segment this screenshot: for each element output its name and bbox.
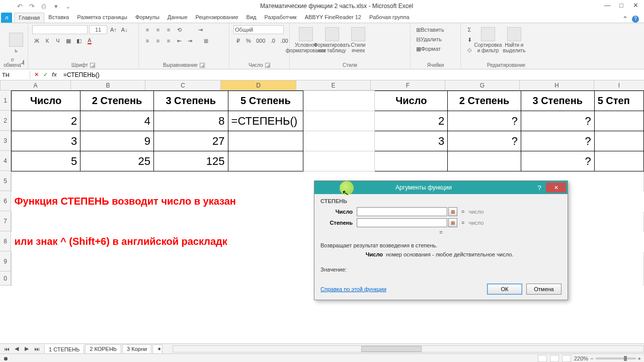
record-macro-icon[interactable]: ⏺ (3, 355, 9, 361)
find-select-button[interactable]: Найти и выделить (502, 25, 526, 53)
tab-workgroup[interactable]: Рабочая группа (365, 13, 414, 23)
fill-button[interactable]: ⬇ (465, 35, 474, 44)
cell[interactable]: 3 (12, 131, 80, 151)
sheet-tab[interactable]: 3 Корни (122, 344, 151, 353)
align-top-icon[interactable]: ≡ (143, 25, 152, 34)
cell[interactable]: 8 (153, 111, 228, 131)
dialog-help-link[interactable]: Справка по этой функции (320, 286, 386, 292)
new-sheet-button[interactable]: ✦ (152, 344, 163, 353)
arg1-range-picker-icon[interactable]: ▦ (448, 207, 457, 216)
cell[interactable]: 2 (12, 111, 80, 131)
cell[interactable]: 125 (153, 151, 228, 171)
pagelayout-view-icon[interactable] (550, 355, 559, 362)
paste-button[interactable]: ь (4, 25, 28, 53)
cell[interactable]: 2 (375, 111, 448, 131)
decrease-font-icon[interactable]: A↓ (120, 25, 129, 34)
tab-abbyy[interactable]: ABBYY FineReader 12 (301, 13, 365, 23)
align-dialog-icon[interactable] (200, 63, 205, 68)
col-header-f[interactable]: F (371, 80, 445, 90)
qat-more-icon[interactable]: ⌄ (63, 2, 72, 11)
indent-dec-icon[interactable]: ⇤ (175, 36, 184, 45)
tab-formulas[interactable]: Формулы (131, 13, 164, 23)
tab-view[interactable]: Вид (243, 13, 261, 23)
arg2-input[interactable] (357, 218, 447, 227)
sheet-nav-last-icon[interactable]: ⏭ (32, 344, 41, 353)
align-left-icon[interactable]: ≡ (143, 36, 152, 45)
active-cell[interactable]: =СТЕПЕНЬ() (228, 111, 303, 131)
col-header-i[interactable]: I (594, 80, 644, 90)
arg2-range-picker-icon[interactable]: ▦ (448, 218, 457, 227)
bold-button[interactable]: Ж (32, 36, 41, 45)
comma-icon[interactable]: 000 (255, 36, 267, 45)
qat-redo-icon[interactable]: ↷ (27, 2, 36, 11)
percent-icon[interactable]: % (244, 36, 253, 45)
align-right-icon[interactable]: ≡ (164, 36, 173, 45)
fx-icon[interactable]: fx (50, 71, 58, 78)
cell[interactable]: ? (521, 111, 594, 131)
cell[interactable]: Число (12, 91, 80, 111)
cell[interactable]: 5 (12, 151, 80, 171)
format-cells-button[interactable]: ▦ Формат (415, 44, 455, 53)
cell[interactable] (303, 151, 375, 171)
font-size-select[interactable]: 11 (89, 25, 107, 34)
number-format-select[interactable]: Общий (233, 25, 284, 34)
tab-insert[interactable]: Вставка (44, 13, 73, 23)
cell[interactable] (228, 151, 303, 171)
inc-decimal-icon[interactable]: .0 (268, 36, 277, 45)
cell[interactable] (303, 131, 375, 151)
zoom-out-icon[interactable]: − (590, 355, 593, 361)
cell[interactable]: Число (375, 91, 448, 111)
minimize-button[interactable]: — (601, 2, 614, 11)
tab-review[interactable]: Рецензирование (192, 13, 243, 23)
formula-input[interactable]: =СТЕПЕНЬ() (60, 70, 644, 79)
name-box[interactable]: ТН (0, 71, 30, 79)
font-dialog-icon[interactable] (90, 63, 95, 68)
row-header[interactable]: 0 (0, 272, 11, 286)
cell[interactable]: ? (448, 131, 521, 151)
orientation-icon[interactable]: ⟲ (175, 25, 184, 34)
cell[interactable]: 25 (80, 151, 154, 171)
row-header[interactable]: 8 (0, 231, 11, 251)
tab-home[interactable]: Главная (14, 13, 44, 23)
number-dialog-icon[interactable] (265, 63, 270, 68)
sheet-nav-first-icon[interactable]: ⏮ (2, 344, 11, 353)
delete-cells-button[interactable]: ⊟ Удалить (415, 35, 455, 44)
col-header-g[interactable]: G (445, 80, 520, 90)
font-color-icon[interactable]: A (85, 36, 94, 45)
sheet-nav-prev-icon[interactable]: ◀ (12, 344, 21, 353)
cell[interactable] (594, 111, 643, 131)
sort-filter-button[interactable]: Сортировка и фильтр (476, 25, 500, 53)
clipboard-dialog-icon[interactable] (23, 60, 24, 65)
align-bottom-icon[interactable]: ≡ (164, 25, 173, 34)
zoom-in-icon[interactable]: + (638, 355, 641, 361)
dialog-close-button[interactable]: ✕ (546, 183, 566, 193)
align-center-icon[interactable]: ≡ (153, 36, 163, 45)
arg1-input[interactable] (357, 207, 447, 216)
sheet-nav-next-icon[interactable]: ▶ (22, 344, 31, 353)
cancel-formula-icon[interactable]: ✕ (32, 71, 40, 78)
row-header[interactable]: 3 (0, 131, 11, 151)
row-header[interactable]: 7 (0, 211, 11, 231)
cell[interactable]: 2 Степень (448, 91, 521, 111)
cell[interactable]: ? (448, 111, 521, 131)
tab-developer[interactable]: Разработчик (260, 13, 300, 23)
underline-button[interactable]: Ч (53, 36, 62, 45)
cell[interactable]: 3 (375, 131, 448, 151)
pagebreak-view-icon[interactable] (562, 355, 571, 362)
cell[interactable] (228, 131, 303, 151)
cell[interactable]: 5 Степень (228, 91, 303, 111)
cell[interactable] (448, 151, 521, 171)
qat-dropdown-icon[interactable]: ▾ (51, 2, 60, 11)
cancel-button[interactable]: Отмена (526, 284, 561, 295)
zoom-slider[interactable] (596, 357, 636, 359)
ok-button[interactable]: ОК (487, 284, 522, 295)
indent-inc-icon[interactable]: ⇥ (185, 36, 194, 45)
italic-button[interactable]: К (43, 36, 52, 45)
increase-font-icon[interactable]: A↑ (109, 25, 118, 34)
merge-button[interactable]: ⊞ (196, 36, 216, 45)
ribbon-minimize-icon[interactable]: ⌃ (622, 15, 628, 23)
row-header[interactable]: 5 (0, 171, 11, 191)
col-header-e[interactable]: E (296, 80, 371, 90)
cell[interactable]: ? (521, 131, 594, 151)
cell-styles-button[interactable]: Стили ячеек (346, 25, 370, 53)
